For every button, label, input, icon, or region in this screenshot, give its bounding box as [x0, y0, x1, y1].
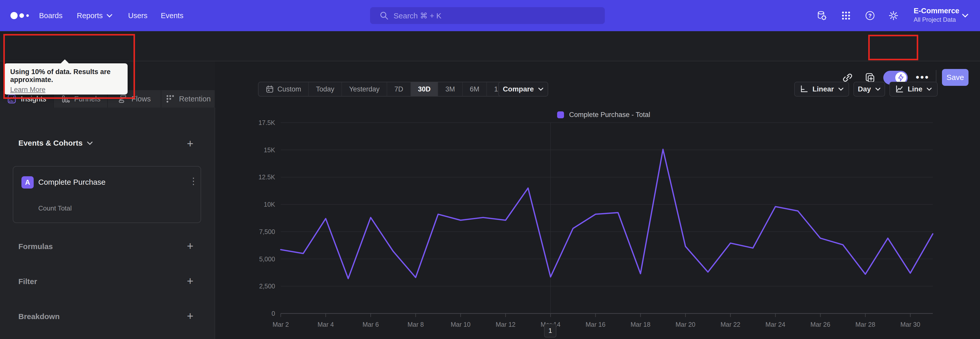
svg-text:Mar 24: Mar 24 — [765, 321, 785, 328]
data-management-icon[interactable] — [817, 10, 827, 21]
report-header: Untitled Sampled + Add description... ••… — [0, 31, 980, 61]
event-kebab-menu[interactable]: ⋮ — [189, 176, 198, 187]
pagination-page-1[interactable]: 1 — [544, 324, 556, 337]
nav-item-boards[interactable]: Boards — [39, 0, 62, 31]
svg-text:Mar 30: Mar 30 — [900, 321, 920, 328]
sampling-tooltip: Using 10% of data. Results are approxima… — [4, 63, 127, 94]
help-icon[interactable]: ? — [865, 10, 875, 21]
search-placeholder: Search ⌘ + K — [393, 11, 442, 20]
learn-more-link[interactable]: Learn More — [10, 86, 45, 94]
tab-label: Funnels — [74, 95, 100, 103]
svg-text:Mar 8: Mar 8 — [407, 321, 424, 328]
search-input[interactable]: Search ⌘ + K — [370, 7, 605, 24]
apps-grid-icon[interactable] — [841, 10, 851, 21]
svg-text:Mar 26: Mar 26 — [811, 321, 830, 328]
line-chart: 17.5K15K12.5K10K7,5005,0002,5000Mar 2Mar… — [215, 61, 980, 339]
nav-item-events[interactable]: Events — [161, 0, 183, 31]
settings-gear-icon[interactable] — [888, 10, 899, 21]
add-formulas-button[interactable]: + — [184, 240, 196, 252]
event-name: Complete Purchase — [38, 178, 105, 187]
event-letter-badge: A — [21, 176, 34, 189]
mixpanel-logo-icon[interactable] — [10, 11, 33, 20]
tooltip-text: Using 10% of data. Results are approxima… — [10, 68, 121, 84]
event-metric[interactable]: Count Total — [38, 205, 72, 212]
project-chevron-down-icon[interactable] — [962, 13, 969, 18]
chevron-down-icon — [107, 14, 113, 18]
section-label-filter: Filter — [18, 277, 37, 286]
svg-text:Mar 4: Mar 4 — [318, 321, 334, 328]
svg-text:Mar 28: Mar 28 — [856, 321, 875, 328]
tab-retention[interactable]: Retention — [161, 90, 215, 107]
svg-text:Mar 18: Mar 18 — [631, 321, 651, 328]
tab-label: Retention — [179, 95, 211, 103]
chart-canvas: 17.5K15K12.5K10K7,5005,0002,5000Mar 2Mar… — [215, 61, 980, 339]
project-scope: All Project Data — [914, 16, 959, 24]
nav-item-reports[interactable]: Reports — [77, 0, 113, 31]
chevron-down-icon — [87, 141, 93, 145]
svg-text:17.5K: 17.5K — [259, 119, 275, 126]
svg-text:15K: 15K — [264, 146, 275, 154]
svg-text:Mar 2: Mar 2 — [272, 321, 289, 328]
search-icon — [380, 11, 388, 20]
project-name: E-Commerce — [914, 6, 959, 16]
events-cohorts-header[interactable]: Events & Cohorts — [18, 139, 93, 147]
svg-text:Mar 10: Mar 10 — [451, 321, 471, 328]
add-event-button[interactable]: + — [184, 138, 196, 149]
svg-text:Mar 6: Mar 6 — [363, 321, 379, 328]
tab-label: Insights — [21, 95, 46, 103]
nav-item-users[interactable]: Users — [128, 0, 148, 31]
svg-text:Mar 16: Mar 16 — [586, 321, 606, 328]
app-screen: Boards Reports Users Events Search ⌘ + K… — [0, 0, 980, 339]
sidebar-panel: Events & Cohorts + A Complete Purchase ⋮… — [0, 107, 215, 339]
svg-text:Mar 20: Mar 20 — [676, 321, 695, 328]
section-label-formulas: Formulas — [18, 242, 53, 251]
svg-text:10K: 10K — [264, 201, 275, 208]
svg-text:?: ? — [868, 13, 872, 19]
svg-text:Mar 12: Mar 12 — [496, 321, 515, 328]
svg-text:12.5K: 12.5K — [259, 173, 275, 181]
event-card[interactable]: A Complete Purchase ⋮ Count Total — [13, 166, 201, 223]
project-switcher[interactable]: E-Commerce All Project Data — [914, 6, 959, 24]
svg-text:0: 0 — [272, 310, 275, 317]
section-label-breakdown: Breakdown — [18, 312, 60, 321]
svg-text:Mar 22: Mar 22 — [721, 321, 740, 328]
svg-text:7,500: 7,500 — [259, 228, 275, 235]
top-nav: Boards Reports Users Events Search ⌘ + K… — [0, 0, 980, 31]
tab-label: Flows — [131, 95, 151, 103]
add-breakdown-button[interactable]: + — [184, 310, 196, 322]
svg-text:5,000: 5,000 — [259, 256, 275, 262]
add-filter-button[interactable]: + — [184, 275, 196, 287]
svg-text:2,500: 2,500 — [259, 283, 275, 290]
